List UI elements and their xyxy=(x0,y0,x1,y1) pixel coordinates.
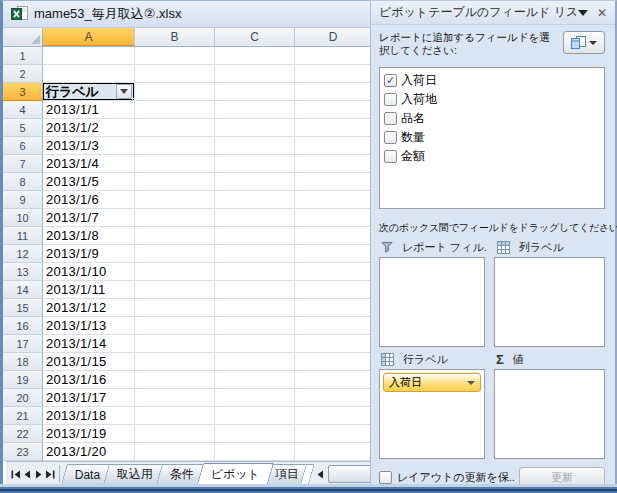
cell-D23[interactable] xyxy=(295,443,372,461)
cell-D17[interactable] xyxy=(295,335,372,353)
cell-C4[interactable] xyxy=(215,101,295,119)
cell-C17[interactable] xyxy=(215,335,295,353)
cell-D20[interactable] xyxy=(295,389,372,407)
zone-field-pill[interactable]: 入荷日 xyxy=(383,373,481,392)
panel-titlebar[interactable]: ピボットテーブルのフィールド リス ✕ xyxy=(371,1,615,25)
cell-A2[interactable] xyxy=(43,65,135,83)
cell-A20[interactable]: 2013/1/17 xyxy=(43,389,135,407)
cell-B2[interactable] xyxy=(135,65,215,83)
row-header-17[interactable]: 17 xyxy=(3,335,43,353)
cell-B12[interactable] xyxy=(135,245,215,263)
field-item[interactable]: 数量 xyxy=(380,128,604,147)
cell-B1[interactable] xyxy=(135,47,215,65)
cell-D7[interactable] xyxy=(295,155,372,173)
row-header-23[interactable]: 23 xyxy=(3,443,43,461)
cell-B22[interactable] xyxy=(135,425,215,443)
panel-close-icon[interactable]: ✕ xyxy=(597,7,607,19)
cell-B18[interactable] xyxy=(135,353,215,371)
row-header-5[interactable]: 5 xyxy=(3,119,43,137)
column-header-D[interactable]: D xyxy=(295,28,372,46)
autofilter-dropdown-button[interactable] xyxy=(116,84,132,99)
row-header-18[interactable]: 18 xyxy=(3,353,43,371)
cell-B23[interactable] xyxy=(135,443,215,461)
column-header-B[interactable]: B xyxy=(135,28,215,46)
row-header-12[interactable]: 12 xyxy=(3,245,43,263)
cell-C7[interactable] xyxy=(215,155,295,173)
zone-column-labels-box[interactable] xyxy=(494,257,605,347)
cell-C20[interactable] xyxy=(215,389,295,407)
row-header-10[interactable]: 10 xyxy=(3,209,43,227)
defer-layout-checkbox[interactable] xyxy=(379,471,392,484)
cell-B13[interactable] xyxy=(135,263,215,281)
tab-nav-next-button[interactable] xyxy=(33,465,44,484)
cell-A1[interactable] xyxy=(43,47,135,65)
field-list-layout-button[interactable] xyxy=(563,31,605,54)
sheet-tab-ピボット[interactable]: ピボット xyxy=(197,463,274,484)
cell-B7[interactable] xyxy=(135,155,215,173)
field-item[interactable]: 金額 xyxy=(380,147,604,166)
row-header-3[interactable]: 3 xyxy=(3,83,43,101)
field-checkbox[interactable] xyxy=(384,93,397,106)
zone-row-labels-box[interactable]: 入荷日 xyxy=(379,369,485,459)
cell-D4[interactable] xyxy=(295,101,372,119)
cell-A22[interactable]: 2013/1/19 xyxy=(43,425,135,443)
panel-menu-caret-icon[interactable] xyxy=(578,10,588,16)
cell-D22[interactable] xyxy=(295,425,372,443)
row-header-2[interactable]: 2 xyxy=(3,65,43,83)
cell-D12[interactable] xyxy=(295,245,372,263)
cell-D13[interactable] xyxy=(295,263,372,281)
cell-B4[interactable] xyxy=(135,101,215,119)
cell-B21[interactable] xyxy=(135,407,215,425)
cell-B15[interactable] xyxy=(135,299,215,317)
row-header-19[interactable]: 19 xyxy=(3,371,43,389)
row-header-4[interactable]: 4 xyxy=(3,101,43,119)
cell-B3[interactable] xyxy=(135,83,215,101)
fill-handle[interactable] xyxy=(132,98,135,101)
cell-D15[interactable] xyxy=(295,299,372,317)
row-header-9[interactable]: 9 xyxy=(3,191,43,209)
cell-A8[interactable]: 2013/1/5 xyxy=(43,173,135,191)
cell-A15[interactable]: 2013/1/12 xyxy=(43,299,135,317)
cell-B19[interactable] xyxy=(135,371,215,389)
cell-B16[interactable] xyxy=(135,317,215,335)
row-header-20[interactable]: 20 xyxy=(3,389,43,407)
cell-A3[interactable]: 行ラベル xyxy=(43,83,135,101)
cell-C18[interactable] xyxy=(215,353,295,371)
cell-A16[interactable]: 2013/1/13 xyxy=(43,317,135,335)
cell-C12[interactable] xyxy=(215,245,295,263)
cell-B9[interactable] xyxy=(135,191,215,209)
cell-C14[interactable] xyxy=(215,281,295,299)
cell-D18[interactable] xyxy=(295,353,372,371)
cell-B10[interactable] xyxy=(135,209,215,227)
row-header-16[interactable]: 16 xyxy=(3,317,43,335)
cell-B8[interactable] xyxy=(135,173,215,191)
cell-B14[interactable] xyxy=(135,281,215,299)
column-header-C[interactable]: C xyxy=(215,28,295,46)
cell-C16[interactable] xyxy=(215,317,295,335)
cell-D2[interactable] xyxy=(295,65,372,83)
field-checkbox[interactable] xyxy=(384,131,397,144)
cell-C2[interactable] xyxy=(215,65,295,83)
cell-C9[interactable] xyxy=(215,191,295,209)
field-checkbox[interactable] xyxy=(384,112,397,125)
cell-C3[interactable] xyxy=(215,83,295,101)
row-header-22[interactable]: 22 xyxy=(3,425,43,443)
cell-D11[interactable] xyxy=(295,227,372,245)
cell-C1[interactable] xyxy=(215,47,295,65)
zone-report-filter-box[interactable] xyxy=(379,257,485,347)
cell-B11[interactable] xyxy=(135,227,215,245)
cell-C5[interactable] xyxy=(215,119,295,137)
cell-D9[interactable] xyxy=(295,191,372,209)
cell-B20[interactable] xyxy=(135,389,215,407)
row-header-21[interactable]: 21 xyxy=(3,407,43,425)
cell-C8[interactable] xyxy=(215,173,295,191)
field-item[interactable]: 品名 xyxy=(380,109,604,128)
cell-D6[interactable] xyxy=(295,137,372,155)
cell-B17[interactable] xyxy=(135,335,215,353)
cell-A19[interactable]: 2013/1/16 xyxy=(43,371,135,389)
cell-D8[interactable] xyxy=(295,173,372,191)
cell-C23[interactable] xyxy=(215,443,295,461)
cell-A12[interactable]: 2013/1/9 xyxy=(43,245,135,263)
cell-C10[interactable] xyxy=(215,209,295,227)
tab-nav-prev-button[interactable] xyxy=(21,465,32,484)
